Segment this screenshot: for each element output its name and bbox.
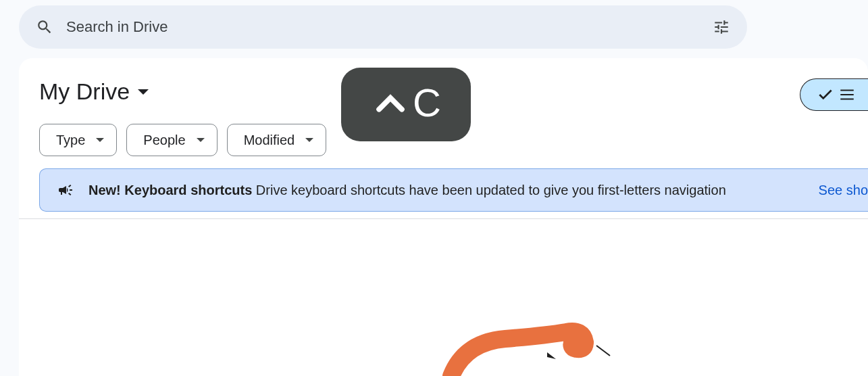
banner-message: Drive keyboard shortcuts have been updat… [256,183,726,197]
search-input[interactable] [66,18,708,36]
caret-down-icon [96,138,104,142]
search-icon[interactable] [31,14,58,41]
filter-label: Type [56,133,85,148]
list-icon [838,86,856,103]
location-dropdown[interactable]: My Drive [39,78,149,105]
divider [19,218,868,219]
caret-down-icon [138,89,149,95]
shortcut-key: C [413,80,441,125]
filter-label: Modified [244,133,295,148]
empty-state-illustration [424,322,613,376]
filter-people[interactable]: People [126,124,217,156]
filter-label: People [143,133,185,148]
banner-link[interactable]: See sho [819,183,868,198]
filter-modified[interactable]: Modified [227,124,327,156]
caret-down-icon [305,138,313,142]
search-bar [19,5,747,49]
search-options-icon[interactable] [708,14,735,41]
banner-text: New! Keyboard shortcuts Drive keyboard s… [88,183,726,198]
layout-toggle[interactable] [800,78,868,111]
filter-type[interactable]: Type [39,124,117,156]
keyboard-shortcut-overlay: C [341,68,471,141]
check-icon [817,86,834,103]
info-banner: New! Keyboard shortcuts Drive keyboard s… [39,168,868,212]
campaign-icon [57,182,74,198]
page-title: My Drive [39,78,130,105]
banner-title: New! Keyboard shortcuts [88,183,252,197]
caret-up-icon [371,83,410,122]
caret-down-icon [197,138,205,142]
